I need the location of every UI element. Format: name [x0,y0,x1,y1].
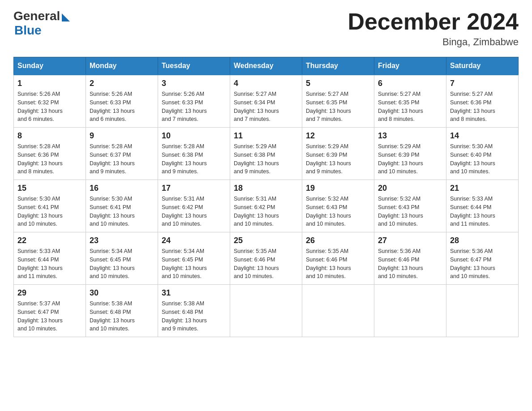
day-number: 20 [378,184,442,193]
calendar-day-26: 26 Sunrise: 5:35 AMSunset: 6:46 PMDaylig… [302,232,374,285]
day-number: 29 [17,288,82,298]
day-info: Sunrise: 5:31 AMSunset: 6:42 PMDaylight:… [162,196,207,227]
calendar-day-13: 13 Sunrise: 5:29 AMSunset: 6:39 PMDaylig… [374,128,446,180]
calendar-day-31: 31 Sunrise: 5:38 AMSunset: 6:48 PMDaylig… [158,285,230,337]
calendar-week-row: 22 Sunrise: 5:33 AMSunset: 6:44 PMDaylig… [14,232,519,285]
calendar-week-row: 8 Sunrise: 5:28 AMSunset: 6:36 PMDayligh… [14,128,519,180]
calendar-day-30: 30 Sunrise: 5:38 AMSunset: 6:48 PMDaylig… [86,285,158,337]
day-info: Sunrise: 5:27 AMSunset: 6:35 PMDaylight:… [378,91,423,122]
day-number: 12 [306,131,370,141]
day-number: 4 [234,79,298,88]
day-number: 10 [162,131,226,141]
day-header-wednesday: Wednesday [230,57,302,75]
day-number: 31 [162,288,226,298]
day-info: Sunrise: 5:32 AMSunset: 6:43 PMDaylight:… [378,196,423,227]
day-header-tuesday: Tuesday [158,57,230,75]
day-number: 11 [234,131,298,141]
day-number: 1 [17,79,82,88]
day-number: 25 [234,236,298,245]
day-info: Sunrise: 5:36 AMSunset: 6:46 PMDaylight:… [378,248,423,279]
day-number: 5 [306,79,370,88]
day-info: Sunrise: 5:35 AMSunset: 6:46 PMDaylight:… [234,248,279,279]
day-info: Sunrise: 5:28 AMSunset: 6:37 PMDaylight:… [90,143,135,175]
calendar-day-22: 22 Sunrise: 5:33 AMSunset: 6:44 PMDaylig… [14,232,86,285]
day-info: Sunrise: 5:31 AMSunset: 6:42 PMDaylight:… [234,196,279,227]
day-header-sunday: Sunday [14,57,86,75]
day-number: 6 [378,79,442,88]
day-info: Sunrise: 5:27 AMSunset: 6:36 PMDaylight:… [450,91,495,122]
day-number: 22 [17,236,82,245]
day-number: 27 [378,236,442,245]
location-subtitle: Binga, Zimbabwe [348,36,519,48]
page-header: General Blue December 2024 Binga, Zimbab… [13,9,519,48]
calendar-day-17: 17 Sunrise: 5:31 AMSunset: 6:42 PMDaylig… [158,180,230,232]
day-info: Sunrise: 5:30 AMSunset: 6:41 PMDaylight:… [17,196,63,227]
calendar-day-9: 9 Sunrise: 5:28 AMSunset: 6:37 PMDayligh… [86,128,158,180]
day-info: Sunrise: 5:35 AMSunset: 6:46 PMDaylight:… [306,248,351,279]
day-info: Sunrise: 5:27 AMSunset: 6:34 PMDaylight:… [234,91,279,122]
month-year-title: December 2024 [348,9,519,34]
day-number: 7 [450,79,515,88]
calendar-day-3: 3 Sunrise: 5:26 AMSunset: 6:33 PMDayligh… [158,75,230,128]
day-number: 3 [162,79,226,88]
calendar-day-16: 16 Sunrise: 5:30 AMSunset: 6:41 PMDaylig… [86,180,158,232]
logo: General Blue [13,9,70,38]
day-info: Sunrise: 5:27 AMSunset: 6:35 PMDaylight:… [306,91,351,122]
calendar-day-21: 21 Sunrise: 5:33 AMSunset: 6:44 PMDaylig… [446,180,519,232]
calendar-day-27: 27 Sunrise: 5:36 AMSunset: 6:46 PMDaylig… [374,232,446,285]
day-info: Sunrise: 5:37 AMSunset: 6:47 PMDaylight:… [17,300,63,332]
day-info: Sunrise: 5:26 AMSunset: 6:33 PMDaylight:… [162,91,207,122]
title-section: December 2024 Binga, Zimbabwe [348,9,519,48]
calendar-week-row: 15 Sunrise: 5:30 AMSunset: 6:41 PMDaylig… [14,180,519,232]
calendar-day-6: 6 Sunrise: 5:27 AMSunset: 6:35 PMDayligh… [374,75,446,128]
calendar-day-5: 5 Sunrise: 5:27 AMSunset: 6:35 PMDayligh… [302,75,374,128]
calendar-week-row: 1 Sunrise: 5:26 AMSunset: 6:32 PMDayligh… [14,75,519,128]
day-header-thursday: Thursday [302,57,374,75]
day-info: Sunrise: 5:33 AMSunset: 6:44 PMDaylight:… [450,196,495,227]
logo-general-text: General [13,9,60,23]
calendar-day-28: 28 Sunrise: 5:36 AMSunset: 6:47 PMDaylig… [446,232,519,285]
calendar-day-4: 4 Sunrise: 5:27 AMSunset: 6:34 PMDayligh… [230,75,302,128]
day-info: Sunrise: 5:28 AMSunset: 6:38 PMDaylight:… [162,143,207,175]
calendar-day-20: 20 Sunrise: 5:32 AMSunset: 6:43 PMDaylig… [374,180,446,232]
day-number: 13 [378,131,442,141]
day-info: Sunrise: 5:29 AMSunset: 6:38 PMDaylight:… [234,143,279,175]
day-info: Sunrise: 5:30 AMSunset: 6:41 PMDaylight:… [90,196,135,227]
day-info: Sunrise: 5:34 AMSunset: 6:45 PMDaylight:… [162,248,207,279]
day-info: Sunrise: 5:26 AMSunset: 6:32 PMDaylight:… [17,91,63,122]
day-number: 30 [90,288,154,298]
day-number: 23 [90,236,154,245]
day-number: 26 [306,236,370,245]
day-number: 24 [162,236,226,245]
calendar-day-11: 11 Sunrise: 5:29 AMSunset: 6:38 PMDaylig… [230,128,302,180]
day-header-friday: Friday [374,57,446,75]
day-number: 17 [162,184,226,193]
calendar-header-row: SundayMondayTuesdayWednesdayThursdayFrid… [14,57,519,75]
logo-arrow-icon [62,13,70,21]
calendar-day-23: 23 Sunrise: 5:34 AMSunset: 6:45 PMDaylig… [86,232,158,285]
logo-blue-text: Blue [14,23,42,38]
calendar-day-15: 15 Sunrise: 5:30 AMSunset: 6:41 PMDaylig… [14,180,86,232]
day-info: Sunrise: 5:38 AMSunset: 6:48 PMDaylight:… [162,300,207,332]
day-number: 15 [17,184,82,193]
day-info: Sunrise: 5:36 AMSunset: 6:47 PMDaylight:… [450,248,495,279]
calendar-week-row: 29 Sunrise: 5:37 AMSunset: 6:47 PMDaylig… [14,285,519,337]
calendar-day-18: 18 Sunrise: 5:31 AMSunset: 6:42 PMDaylig… [230,180,302,232]
calendar-empty-cell [302,285,374,337]
day-info: Sunrise: 5:38 AMSunset: 6:48 PMDaylight:… [90,300,135,332]
day-number: 28 [450,236,515,245]
day-header-monday: Monday [86,57,158,75]
calendar-day-19: 19 Sunrise: 5:32 AMSunset: 6:43 PMDaylig… [302,180,374,232]
calendar-day-8: 8 Sunrise: 5:28 AMSunset: 6:36 PMDayligh… [14,128,86,180]
day-info: Sunrise: 5:30 AMSunset: 6:40 PMDaylight:… [450,143,495,175]
day-info: Sunrise: 5:29 AMSunset: 6:39 PMDaylight:… [378,143,423,175]
calendar-day-1: 1 Sunrise: 5:26 AMSunset: 6:32 PMDayligh… [14,75,86,128]
calendar-day-24: 24 Sunrise: 5:34 AMSunset: 6:45 PMDaylig… [158,232,230,285]
day-number: 14 [450,131,515,141]
calendar-empty-cell [230,285,302,337]
day-info: Sunrise: 5:26 AMSunset: 6:33 PMDaylight:… [90,91,135,122]
calendar-day-12: 12 Sunrise: 5:29 AMSunset: 6:39 PMDaylig… [302,128,374,180]
calendar-day-7: 7 Sunrise: 5:27 AMSunset: 6:36 PMDayligh… [446,75,519,128]
calendar-empty-cell [446,285,519,337]
calendar-day-25: 25 Sunrise: 5:35 AMSunset: 6:46 PMDaylig… [230,232,302,285]
